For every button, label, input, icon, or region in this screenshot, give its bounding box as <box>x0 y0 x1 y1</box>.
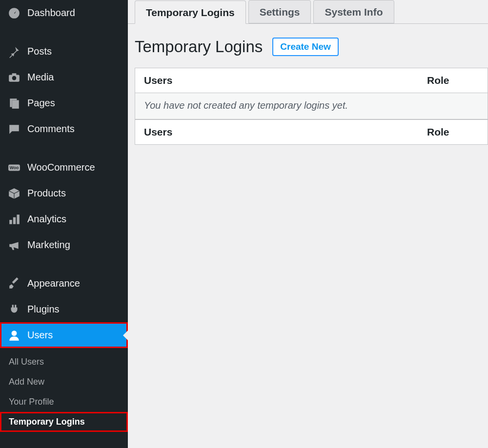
sidebar-subitem-temporary-logins[interactable]: Temporary Logins <box>0 412 128 432</box>
svg-rect-6 <box>12 100 19 108</box>
sidebar-item-label: Products <box>27 188 66 199</box>
logins-table: Users Role You have not created any temp… <box>135 68 488 145</box>
sidebar-item-label: WooCommerce <box>27 162 95 173</box>
sidebar-item-label: Dashboard <box>27 7 75 19</box>
sidebar-item-label: Marketing <box>27 239 70 251</box>
sidebar-subitem-add-new[interactable]: Add New <box>0 372 128 392</box>
sidebar-item-plugins[interactable]: Plugins <box>0 296 128 322</box>
svg-point-12 <box>12 331 17 336</box>
page-header: Temporary Logins Create New <box>128 24 488 68</box>
table-col-users-foot: Users <box>144 126 427 138</box>
table-footer: Users Role <box>135 119 488 144</box>
sidebar-item-woocommerce[interactable]: Woo WooCommerce <box>0 155 128 180</box>
sidebar-item-posts[interactable]: Posts <box>0 39 128 64</box>
plug-icon <box>8 303 20 316</box>
comment-icon <box>8 123 20 136</box>
sidebar-item-pages[interactable]: Pages <box>0 90 128 116</box>
svg-rect-10 <box>13 217 16 224</box>
megaphone-icon <box>8 239 20 252</box>
tab-settings[interactable]: Settings <box>248 0 311 23</box>
sidebar-item-appearance[interactable]: Appearance <box>0 271 128 296</box>
sidebar-item-users[interactable]: Users <box>0 322 128 348</box>
sidebar-item-label: Users <box>27 330 53 341</box>
svg-text:Woo: Woo <box>10 165 19 170</box>
sidebar-item-marketing[interactable]: Marketing <box>0 232 128 258</box>
main-content: Temporary Logins Settings System Info Te… <box>128 0 488 448</box>
camera-icon <box>8 71 20 84</box>
tab-system-info[interactable]: System Info <box>313 0 394 23</box>
sidebar-subitem-your-profile[interactable]: Your Profile <box>0 392 128 412</box>
table-col-role: Role <box>427 75 479 86</box>
sidebar-item-media[interactable]: Media <box>0 64 128 90</box>
svg-rect-2 <box>12 73 17 75</box>
sidebar-item-label: Comments <box>27 123 75 135</box>
table-col-role-foot: Role <box>427 126 479 138</box>
svg-rect-11 <box>17 214 19 224</box>
sidebar-item-label: Media <box>27 72 54 83</box>
svg-rect-9 <box>9 220 12 224</box>
bars-icon <box>8 213 20 226</box>
create-new-button[interactable]: Create New <box>272 38 339 56</box>
user-icon <box>8 329 20 342</box>
sidebar-item-dashboard[interactable]: Dashboard <box>0 0 128 26</box>
table-col-users: Users <box>144 75 427 86</box>
sidebar-item-label: Posts <box>27 46 52 57</box>
table-empty-message: You have not created any temporary login… <box>135 93 488 119</box>
sidebar-item-analytics[interactable]: Analytics <box>0 206 128 232</box>
tab-temporary-logins[interactable]: Temporary Logins <box>135 0 246 24</box>
sidebar-item-comments[interactable]: Comments <box>0 116 128 142</box>
pages-icon <box>8 97 20 110</box>
box-icon <box>8 187 20 200</box>
tab-strip: Temporary Logins Settings System Info <box>128 0 488 24</box>
svg-point-3 <box>12 76 17 80</box>
admin-sidebar: Dashboard Posts Media Pages Comments Woo… <box>0 0 128 448</box>
sidebar-item-label: Plugins <box>27 304 60 315</box>
sidebar-item-products[interactable]: Products <box>0 180 128 206</box>
brush-icon <box>8 277 20 290</box>
sidebar-item-label: Pages <box>27 97 55 109</box>
dashboard-icon <box>8 7 20 19</box>
sidebar-item-label: Appearance <box>27 278 80 289</box>
woo-icon: Woo <box>8 161 20 174</box>
page-title: Temporary Logins <box>135 38 263 56</box>
pin-icon <box>8 45 20 58</box>
table-header: Users Role <box>135 68 488 93</box>
sidebar-subitem-all-users[interactable]: All Users <box>0 348 128 372</box>
sidebar-item-label: Analytics <box>27 214 66 225</box>
